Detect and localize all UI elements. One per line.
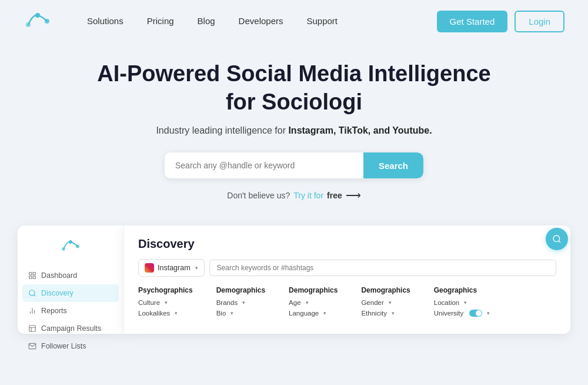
preview-section: Dashboard Discovery Reports Campaign Res…	[0, 216, 588, 334]
demographics-gender-tags: Gender ▾ Ethnicity ▾	[361, 299, 410, 317]
sidebar-item-follower-lists[interactable]: Follower Lists	[18, 337, 123, 355]
demographics-age-tags: Age ▾ Language ▾	[289, 299, 338, 317]
platform-chevron-icon: ▾	[195, 265, 198, 271]
filter-ethnicity[interactable]: Ethnicity ▾	[361, 310, 410, 317]
demographics-brands-tags: Brands ▾ Bio ▾	[216, 299, 265, 317]
category-demographics-age-title: Demographics	[289, 286, 338, 294]
nav-item-developers[interactable]: Developers	[239, 16, 283, 26]
platform-label: Instagram	[158, 264, 191, 272]
category-demographics-title: Demographics	[216, 286, 265, 294]
category-psychographics: Psychographics Culture ▾ Lookalikes ▾	[138, 286, 193, 317]
nav-links: Solutions Pricing Blog Developers Suppor…	[87, 16, 437, 26]
svg-rect-6	[29, 273, 32, 275]
filter-categories: Psychographics Culture ▾ Lookalikes ▾ De…	[138, 286, 556, 317]
filter-language[interactable]: Language ▾	[289, 310, 338, 317]
filter-brands[interactable]: Brands ▾	[216, 299, 265, 306]
category-geographics: Geographics Location ▾ University ▾	[434, 286, 490, 317]
preview-sidebar: Dashboard Discovery Reports Campaign Res…	[18, 225, 123, 334]
nav-item-support[interactable]: Support	[306, 16, 338, 26]
search-bar-wrapper: Search	[12, 152, 576, 178]
nav-item-solutions[interactable]: Solutions	[87, 16, 123, 26]
filter-location[interactable]: Location ▾	[434, 299, 490, 306]
search-icon	[552, 234, 562, 244]
university-toggle[interactable]	[469, 310, 482, 317]
sidebar-label-campaign: Campaign Results	[41, 324, 101, 333]
instagram-icon	[145, 263, 154, 273]
svg-point-12	[553, 235, 560, 242]
hero-section: AI-Powered Social Media Intelligence for…	[0, 42, 588, 216]
sidebar-item-dashboard[interactable]: Dashboard	[18, 267, 123, 284]
sidebar-label-dashboard: Dashboard	[41, 271, 77, 280]
filter-gender[interactable]: Gender ▾	[361, 299, 410, 306]
cta-arrow-icon: ⟶	[346, 189, 361, 202]
geographics-tags: Location ▾ University ▾	[434, 299, 490, 317]
login-button[interactable]: Login	[514, 11, 564, 32]
location-chevron-icon: ▾	[464, 300, 467, 306]
search-button[interactable]: Search	[363, 152, 423, 178]
nav-actions: Get Started Login	[437, 11, 564, 32]
nav-item-pricing[interactable]: Pricing	[147, 16, 174, 26]
sidebar-item-discovery[interactable]: Discovery	[22, 284, 119, 302]
filter-row: Instagram ▾	[138, 259, 556, 277]
filter-culture[interactable]: Culture ▾	[138, 299, 193, 306]
get-started-button[interactable]: Get Started	[437, 11, 508, 32]
hero-subtitle: Industry leading intelligence for Instag…	[12, 125, 576, 136]
sidebar-item-reports[interactable]: Reports	[18, 302, 123, 320]
platform-select[interactable]: Instagram ▾	[138, 259, 205, 277]
category-demographics-gender-title: Demographics	[361, 286, 410, 294]
sidebar-label-reports: Reports	[41, 307, 67, 315]
ethnicity-chevron-icon: ▾	[392, 310, 395, 316]
search-bar: Search	[165, 152, 423, 178]
cta-prefix: Don't believe us?	[227, 191, 290, 200]
culture-chevron-icon: ▾	[165, 300, 168, 306]
cta-free: free	[327, 191, 342, 200]
category-demographics-gender: Demographics Gender ▾ Ethnicity ▾	[361, 286, 410, 317]
navbar: Solutions Pricing Blog Developers Suppor…	[0, 0, 588, 42]
svg-rect-7	[33, 273, 35, 275]
bio-chevron-icon: ▾	[230, 310, 233, 316]
cta-text: Don't believe us? Try it for free ⟶	[12, 189, 576, 202]
preview-main: Discovery Instagram ▾ Psychographics Cul…	[123, 225, 570, 334]
brands-chevron-icon: ▾	[242, 300, 245, 306]
svg-rect-8	[29, 276, 32, 278]
category-psychographics-title: Psychographics	[138, 286, 193, 294]
filter-age[interactable]: Age ▾	[289, 299, 338, 306]
language-chevron-icon: ▾	[323, 310, 326, 316]
svg-point-10	[29, 290, 35, 296]
svg-line-13	[559, 241, 560, 243]
discovery-title: Discovery	[138, 237, 556, 251]
floating-search-button[interactable]	[546, 228, 568, 250]
sidebar-label-follower-lists: Follower Lists	[41, 342, 86, 350]
svg-rect-11	[29, 326, 36, 332]
university-chevron-icon: ▾	[487, 310, 490, 316]
sidebar-logo	[18, 237, 123, 256]
hero-title: AI-Powered Social Media Intelligence for…	[12, 60, 576, 116]
sidebar-nav: Dashboard Discovery Reports Campaign Res…	[18, 267, 123, 355]
cta-try-link[interactable]: Try it for	[293, 191, 323, 200]
category-demographics-brands: Demographics Brands ▾ Bio ▾	[216, 286, 265, 317]
filter-university[interactable]: University ▾	[434, 310, 490, 317]
keyword-input[interactable]	[209, 260, 556, 276]
logo	[24, 9, 52, 33]
svg-rect-9	[33, 276, 35, 278]
search-input[interactable]	[165, 152, 363, 178]
sidebar-item-campaign[interactable]: Campaign Results	[18, 320, 123, 337]
psychographics-tags: Culture ▾ Lookalikes ▾	[138, 299, 193, 317]
category-demographics-age: Demographics Age ▾ Language ▾	[289, 286, 338, 317]
nav-item-blog[interactable]: Blog	[198, 16, 215, 26]
category-geographics-title: Geographics	[434, 286, 490, 294]
gender-chevron-icon: ▾	[389, 300, 392, 306]
filter-lookalikes[interactable]: Lookalikes ▾	[138, 310, 193, 317]
sidebar-label-discovery: Discovery	[41, 289, 74, 297]
filter-bio[interactable]: Bio ▾	[216, 310, 265, 317]
lookalikes-chevron-icon: ▾	[175, 310, 178, 316]
age-chevron-icon: ▾	[306, 300, 309, 306]
